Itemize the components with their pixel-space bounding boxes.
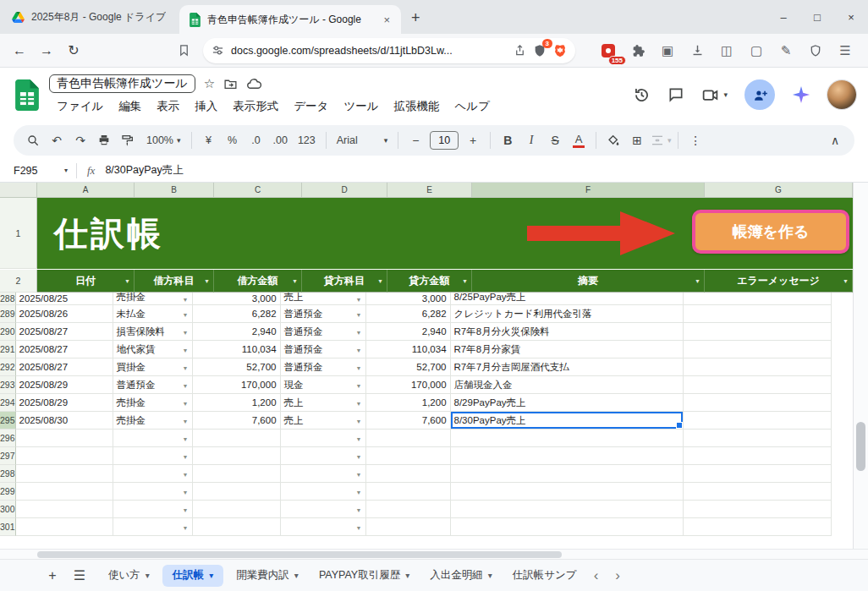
share-button[interactable] xyxy=(744,79,775,110)
all-sheets-button[interactable]: ☰ xyxy=(66,563,93,588)
cell-error[interactable] xyxy=(684,465,832,483)
scroll-tabs-right-icon[interactable]: › xyxy=(615,567,620,584)
cell-debit-account[interactable]: 買掛金 xyxy=(113,358,193,376)
chevron-down-icon[interactable] xyxy=(183,326,189,337)
sidebar-icon[interactable]: ◫ xyxy=(716,40,738,62)
menu-item[interactable]: 拡張機能 xyxy=(387,96,448,117)
search-icon[interactable] xyxy=(22,129,44,151)
row-number[interactable]: 288 xyxy=(0,293,16,305)
cell-error[interactable] xyxy=(684,341,832,358)
cell-debit-amount[interactable]: 6,282 xyxy=(193,305,281,323)
cell-debit-account[interactable]: 普通預金 xyxy=(113,376,193,394)
cell-debit-account[interactable]: 損害保険料 xyxy=(113,323,193,341)
cell-error[interactable] xyxy=(684,501,832,518)
cell-date[interactable]: 2025/08/27 xyxy=(16,341,113,358)
column-header-b[interactable]: B xyxy=(135,183,214,198)
cell-credit-account[interactable] xyxy=(281,518,366,536)
paint-format-button[interactable] xyxy=(117,129,139,151)
cell-description[interactable]: 8/29PayPay売上 xyxy=(451,394,684,412)
url-text[interactable]: docs.google.com/spreadsheets/d/11jtLbD3L… xyxy=(231,45,507,57)
cell-credit-amount[interactable] xyxy=(366,447,451,465)
header-description[interactable]: 摘要▼ xyxy=(472,270,705,293)
brave-rewards-icon[interactable] xyxy=(553,44,567,57)
borders-button[interactable]: ⊞ xyxy=(626,129,648,151)
column-header-a[interactable]: A xyxy=(37,183,135,198)
font-select[interactable]: Arial▾ xyxy=(332,129,393,151)
share-page-icon[interactable] xyxy=(514,44,526,57)
fill-color-button[interactable] xyxy=(602,129,624,151)
filter-icon[interactable]: ▼ xyxy=(124,278,130,284)
banner-cell[interactable]: 仕訳帳 帳簿を作る xyxy=(37,198,853,269)
cell-debit-amount[interactable]: 170,000 xyxy=(193,376,281,394)
cell-debit-account[interactable]: 売掛金 xyxy=(113,412,193,430)
cell-error[interactable] xyxy=(684,358,832,376)
menu-item[interactable]: ヘルプ xyxy=(448,96,497,117)
cell-debit-account[interactable] xyxy=(113,430,193,447)
header-date[interactable]: 日付▼ xyxy=(37,270,135,293)
cell-debit-amount[interactable]: 52,700 xyxy=(193,358,281,376)
cell-date[interactable] xyxy=(16,465,113,483)
cell-debit-account[interactable] xyxy=(113,465,193,483)
screenshot-icon[interactable]: ▣ xyxy=(656,40,678,62)
cell-debit-account[interactable]: 地代家賃 xyxy=(113,341,193,358)
font-size-input[interactable]: 10 xyxy=(430,131,459,150)
bookmark-icon[interactable] xyxy=(171,38,196,63)
cell-credit-amount[interactable]: 3,000 xyxy=(366,293,451,305)
collapse-toolbar-button[interactable]: ∧ xyxy=(824,129,846,151)
mail-extension-icon[interactable]: 155 xyxy=(597,40,619,62)
cell-debit-amount[interactable]: 2,940 xyxy=(193,323,281,341)
minimize-button[interactable]: – xyxy=(766,0,800,34)
name-box[interactable]: F295▾ xyxy=(0,165,73,177)
cell-error[interactable] xyxy=(684,376,832,394)
row-number[interactable]: 294 xyxy=(0,394,16,412)
cell-error[interactable] xyxy=(684,447,832,465)
format-currency-button[interactable]: ¥ xyxy=(198,129,220,151)
header-credit-account[interactable]: 貸方科目▼ xyxy=(302,270,387,293)
chevron-down-icon[interactable] xyxy=(183,380,189,390)
more-options-button[interactable]: ⋮ xyxy=(684,129,706,151)
filter-icon[interactable]: ▼ xyxy=(695,278,700,284)
italic-button[interactable]: I xyxy=(520,129,542,151)
cell-credit-amount[interactable] xyxy=(366,465,451,483)
maximize-button[interactable]: □ xyxy=(800,0,834,34)
sheet-tab[interactable]: 仕訳帳サンプ xyxy=(503,560,587,591)
header-error[interactable]: エラーメッセージ▼ xyxy=(705,270,853,293)
cell-date[interactable] xyxy=(16,430,113,447)
row-number[interactable]: 290 xyxy=(0,323,16,341)
chevron-down-icon[interactable] xyxy=(183,344,189,354)
chevron-down-icon[interactable] xyxy=(356,344,362,354)
avatar[interactable] xyxy=(827,80,856,109)
row-number[interactable]: 289 xyxy=(0,305,16,323)
cell-debit-amount[interactable] xyxy=(193,518,281,536)
print-button[interactable] xyxy=(93,129,115,151)
cell-credit-amount[interactable]: 7,600 xyxy=(366,412,451,430)
cell-debit-account[interactable] xyxy=(113,483,193,501)
menu-item[interactable]: 表示形式 xyxy=(225,96,286,117)
cell-credit-account[interactable] xyxy=(281,465,366,483)
chevron-down-icon[interactable] xyxy=(356,504,362,514)
pen-icon[interactable]: ✎ xyxy=(775,40,797,62)
header-debit-amount[interactable]: 借方金額▼ xyxy=(214,270,302,293)
header-credit-amount[interactable]: 貸方金額▼ xyxy=(387,270,472,293)
horizontal-scrollbar-thumb[interactable] xyxy=(37,551,562,558)
gemini-icon[interactable] xyxy=(792,85,810,104)
cell-debit-account[interactable]: 未払金 xyxy=(113,305,193,323)
cell-description[interactable] xyxy=(451,483,684,501)
row-number[interactable]: 293 xyxy=(0,376,16,394)
close-tab-icon[interactable]: × xyxy=(381,14,393,26)
cell-description[interactable]: 8/25PayPay売上 xyxy=(451,293,684,305)
cell-description[interactable]: 店舗現金入金 xyxy=(451,376,684,394)
select-all-corner[interactable] xyxy=(0,183,37,198)
cell-description[interactable]: 8/30PayPay売上 xyxy=(451,412,684,430)
row-number[interactable]: 295 xyxy=(0,412,16,430)
cell-debit-account[interactable]: 売掛金 xyxy=(113,293,193,305)
row-number[interactable]: 296 xyxy=(0,430,16,447)
vertical-scrollbar[interactable] xyxy=(853,183,868,549)
strikethrough-button[interactable]: S xyxy=(544,129,566,151)
wallet-icon[interactable]: ▢ xyxy=(745,40,767,62)
new-tab-button[interactable]: + xyxy=(411,9,420,27)
menu-item[interactable]: 編集 xyxy=(111,96,149,117)
bold-button[interactable]: B xyxy=(497,129,519,151)
menu-item[interactable]: ファイル xyxy=(49,96,111,117)
formula-input[interactable]: 8/30PayPay売上 xyxy=(105,163,183,178)
